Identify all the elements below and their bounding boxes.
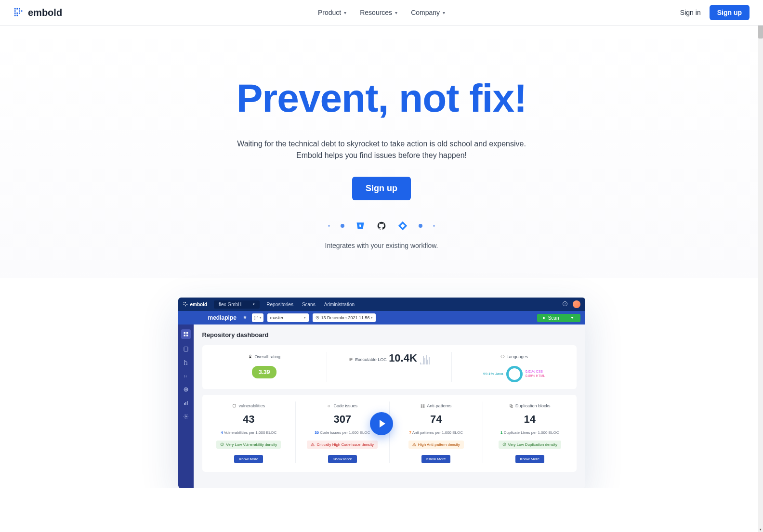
topnav-repositories[interactable]: Repositories: [266, 302, 293, 307]
help-icon[interactable]: ?: [562, 301, 568, 308]
github-icon: [376, 221, 387, 231]
loc-label: Executable LOC: [355, 357, 387, 362]
svg-point-18: [254, 316, 255, 317]
site-header: embold Product ▾ Resources ▾ Company ▾ S…: [0, 0, 763, 26]
brand-logo[interactable]: embold: [13, 7, 62, 18]
lang-other-pct: 0.01% CSS 0.89% HTML: [526, 370, 545, 378]
pin-icon[interactable]: [242, 315, 248, 321]
svg-rect-53: [504, 444, 504, 445]
info-icon: [220, 442, 224, 446]
signup-button-header[interactable]: Sign up: [710, 5, 750, 20]
sidebar-globe-icon[interactable]: [183, 386, 189, 393]
play-icon: [542, 316, 546, 320]
svg-rect-47: [414, 444, 414, 445]
code-per-text: Code issues per 1,000 ELOC: [320, 430, 370, 435]
chevron-down-icon: ▾: [371, 316, 373, 320]
shield-icon: [232, 404, 237, 408]
nav-company-label: Company: [411, 9, 440, 16]
sidebar-pr-icon[interactable]: [183, 359, 189, 366]
overall-rating-card: Overall rating 3.39: [202, 352, 327, 382]
svg-text:?: ?: [564, 302, 566, 305]
lang-css: 0.01% CSS: [526, 370, 545, 374]
anti-know-more-button[interactable]: Know More: [421, 455, 450, 463]
braces-icon: {·}: [327, 404, 331, 408]
branch-select[interactable]: master ▾: [267, 313, 309, 322]
svg-rect-5: [21, 10, 23, 12]
scan-button[interactable]: Scan: [537, 314, 580, 322]
play-video-button[interactable]: [370, 412, 393, 435]
page-scrollbar[interactable]: ▾: [758, 0, 763, 488]
overall-rating-value: 3.39: [252, 366, 276, 378]
sidebar-dashboard-icon[interactable]: [181, 329, 191, 339]
mock-secondary-bar: mediapipe ▾ master ▾ 13.December.2021 11…: [178, 311, 585, 324]
svg-rect-15: [185, 305, 186, 306]
scan-label: Scan: [548, 315, 559, 321]
hero-sub-line1: Waiting for the technical debt to skyroc…: [10, 138, 753, 150]
nav-product[interactable]: Product ▾: [318, 9, 346, 16]
sidebar-chart-icon[interactable]: [183, 400, 189, 406]
avatar[interactable]: [573, 300, 580, 308]
topnav-scans[interactable]: Scans: [302, 302, 316, 307]
dup-per-text: Duplicate Lines per 1,000 ELOC: [504, 430, 559, 435]
svg-point-29: [186, 364, 187, 365]
svg-rect-39: [222, 444, 223, 445]
svg-text:{·}: {·}: [184, 375, 187, 377]
product-screenshot-wrap: embold flex GmbH ▾ Repositories Scans Ad…: [0, 278, 763, 488]
svg-rect-22: [184, 332, 185, 334]
date-select[interactable]: 13.December.2021 11:56 ▾: [313, 313, 376, 322]
vuln-per-num: 4: [221, 430, 223, 435]
primary-nav: Product ▾ Resources ▾ Company ▾: [318, 9, 445, 16]
info-icon: [502, 442, 506, 446]
code-know-more-button[interactable]: Know More: [328, 455, 357, 463]
bitbucket-icon: [355, 221, 366, 231]
signin-link[interactable]: Sign in: [680, 9, 701, 16]
org-name: flex GmbH: [219, 302, 241, 307]
svg-point-20: [257, 316, 258, 317]
sidebar-issues-icon[interactable]: {·}: [183, 373, 189, 379]
branch-icon-box[interactable]: ▾: [252, 313, 263, 322]
svg-point-42: [313, 445, 313, 446]
svg-rect-24: [184, 335, 185, 337]
svg-point-19: [254, 319, 255, 320]
sidebar-settings-icon[interactable]: [183, 413, 189, 420]
sidebar-repo-icon[interactable]: [183, 346, 189, 352]
dup-know-more-button[interactable]: Know More: [515, 455, 544, 463]
mock-brand-logo: embold: [183, 302, 208, 307]
nav-resources[interactable]: Resources ▾: [360, 9, 397, 16]
anti-label: Anti-patterns: [427, 403, 451, 408]
signup-button-hero[interactable]: Sign up: [352, 177, 411, 200]
chevron-down-icon: ▾: [443, 10, 445, 15]
svg-point-27: [184, 360, 185, 361]
chevron-down-icon: ▾: [395, 10, 397, 15]
mock-topnav: Repositories Scans Administration: [266, 302, 355, 307]
svg-rect-4: [19, 10, 20, 12]
dashboard-title: Repository dashboard: [202, 331, 577, 338]
svg-point-48: [414, 445, 414, 446]
hero-subtitle: Waiting for the technical debt to skyroc…: [10, 138, 753, 161]
code-label: Code issues: [333, 403, 357, 408]
svg-rect-45: [421, 406, 422, 407]
loc-value: 10.4K: [389, 352, 417, 364]
brand-name: embold: [28, 7, 62, 18]
languages-card: Languages 99.1% Java 0.01% CSS 0.89% HTM…: [452, 352, 576, 382]
hero-section: Prevent, not fix! Waiting for the techni…: [0, 26, 763, 278]
svg-rect-32: [184, 403, 185, 405]
carousel-dot-icon: [341, 224, 344, 228]
svg-point-28: [184, 364, 185, 365]
lang-java-pct: 99.1% Java: [483, 372, 503, 376]
svg-rect-43: [421, 404, 422, 405]
chevron-down-icon: ▾: [304, 316, 306, 320]
org-dropdown[interactable]: flex GmbH ▾: [214, 300, 260, 309]
nav-company[interactable]: Company ▾: [411, 9, 445, 16]
hero-sub-line2: Embold helps you find issues before they…: [10, 150, 753, 161]
vuln-know-more-button[interactable]: Know More: [234, 455, 263, 463]
svg-rect-6: [14, 13, 16, 14]
topnav-administration[interactable]: Administration: [324, 302, 355, 307]
svg-rect-10: [16, 15, 18, 16]
anti-per-text: Anti-patterns per 1,000 ELOC: [412, 430, 463, 435]
dup-value: 14: [487, 413, 573, 426]
code-icon: [500, 354, 505, 359]
svg-rect-9: [14, 15, 16, 16]
vulnerabilities-card: vulnerabilities 43 4 Vulnerabilities per…: [202, 402, 296, 463]
svg-rect-0: [14, 8, 16, 10]
